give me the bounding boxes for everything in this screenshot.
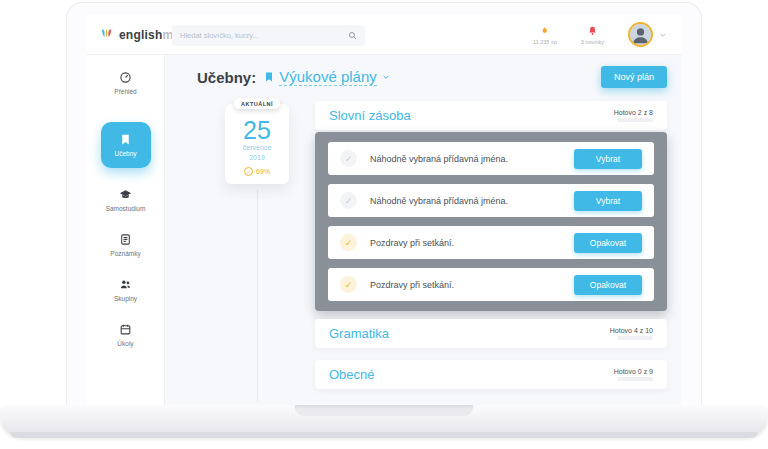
progress-label: Hotovo 0 z 9 (614, 368, 653, 375)
sidebar-item-skupiny[interactable]: Skupiny (114, 278, 137, 302)
graduation-cap-icon (119, 188, 132, 201)
section-slovni-zasoba[interactable]: Slovní zásoba Hotovo 2 z 8 (315, 101, 667, 130)
current-badge: AKTUÁLNÍ (234, 98, 280, 109)
users-icon (119, 278, 132, 291)
app-window: englishme! 11 235 xp (87, 15, 681, 407)
search-input[interactable] (180, 31, 348, 40)
new-plan-button[interactable]: Nový plán (601, 66, 667, 88)
task-text: Pozdravy při setkání. (370, 238, 454, 248)
section-progress: Hotovo 4 z 10 (610, 327, 653, 341)
page-title: Učebny: (197, 69, 256, 86)
sidebar: Přehled Učebny Samostudium Poznámky (87, 55, 165, 407)
timeline-column: AKTUÁLNÍ 25 července 2019 ✓ 69% (165, 101, 315, 402)
note-icon (119, 233, 132, 246)
check-circle-icon: ✓ (340, 276, 357, 293)
book-icon (263, 71, 275, 83)
laptop-mockup: englishme! 11 235 xp (0, 0, 768, 449)
sidebar-item-label: Přehled (114, 88, 136, 95)
section-title: Obecné (329, 367, 375, 382)
completion-percent: 69% (256, 168, 270, 175)
task-row: ✓ Náhodně vybraná přídavná jména. Vybrat (328, 142, 654, 175)
check-circle-icon: ✓ (340, 234, 357, 251)
laptop-bezel: englishme! 11 235 xp (66, 2, 702, 408)
laptop-base (0, 405, 768, 438)
progress-label: Hotovo 4 z 10 (610, 327, 653, 334)
sidebar-item-prehled[interactable]: Přehled (114, 71, 136, 95)
progress-label: Hotovo 2 z 8 (614, 109, 653, 116)
book-icon (119, 133, 132, 146)
chevron-down-icon[interactable] (382, 73, 390, 81)
date-year: 2019 (225, 153, 289, 162)
sidebar-item-label: Poznámky (110, 250, 140, 257)
task-action-button[interactable]: Vybrat (574, 149, 642, 169)
app-body: Přehled Učebny Samostudium Poznámky (87, 55, 681, 407)
sidebar-item-poznamky[interactable]: Poznámky (110, 233, 140, 257)
brand-bold: english (119, 28, 162, 42)
plan-content: AKTUÁLNÍ 25 července 2019 ✓ 69% (165, 99, 681, 402)
sidebar-item-ukoly[interactable]: Úkoly (117, 323, 133, 347)
tulip-logo-icon (99, 27, 114, 42)
task-row: ✓ Náhodně vybraná přídavná jména. Vybrat (328, 184, 654, 217)
task-row: ✓ Pozdravy při setkání. Opakovat (328, 268, 654, 301)
section-progress: Hotovo 2 z 8 (614, 109, 653, 123)
section-gramatika[interactable]: Gramatika Hotovo 4 z 10 (315, 319, 667, 348)
search-bar[interactable] (172, 25, 365, 46)
check-circle-icon: ✓ (340, 192, 357, 209)
task-text: Náhodně vybraná přídavná jména. (370, 196, 508, 206)
avatar (628, 22, 653, 47)
section-title: Gramatika (329, 326, 389, 341)
avatar-silhouette-icon (630, 24, 651, 45)
progress-bar (617, 336, 653, 340)
task-text: Náhodně vybraná přídavná jména. (370, 154, 508, 164)
sidebar-item-label: Úkoly (117, 340, 133, 347)
topbar: englishme! 11 235 xp (87, 15, 681, 55)
dashboard-icon (119, 71, 132, 84)
date-day: 25 (225, 117, 289, 143)
current-date-card[interactable]: AKTUÁLNÍ 25 července 2019 ✓ 69% (225, 104, 289, 184)
section-obecne[interactable]: Obecné Hotovo 0 z 9 (315, 360, 667, 389)
task-action-button[interactable]: Vybrat (574, 191, 642, 211)
calendar-icon (119, 323, 132, 336)
sidebar-item-label: Samostudium (106, 205, 146, 212)
task-action-button[interactable]: Opakovat (574, 233, 642, 253)
main-header: Učebny: Výukové plány Nový plán (165, 55, 681, 99)
search-icon (348, 31, 357, 40)
main-panel: Učebny: Výukové plány Nový plán AKTUÁLNÍ… (165, 55, 681, 407)
progress-bar (617, 377, 653, 381)
notifications-widget[interactable]: 3 novinky (581, 25, 604, 45)
chevron-down-icon (659, 31, 667, 39)
date-month: července (225, 143, 289, 152)
section-title: Slovní zásoba (329, 108, 411, 123)
sections-column: Slovní zásoba Hotovo 2 z 8 ✓ Náhodně vyb… (315, 101, 667, 402)
task-action-button[interactable]: Opakovat (574, 275, 642, 295)
timeline-line (257, 189, 258, 402)
streak-widget[interactable]: 11 235 xp (533, 25, 557, 45)
task-text: Pozdravy při setkání. (370, 280, 454, 290)
flame-icon (539, 25, 550, 37)
sidebar-item-label: Učebny (114, 150, 136, 157)
bell-icon (587, 25, 598, 37)
plan-selector[interactable]: Výukové plány (279, 68, 377, 86)
progress-bar (617, 118, 653, 122)
check-circle-icon: ✓ (244, 167, 253, 176)
section-progress: Hotovo 0 z 9 (614, 368, 653, 382)
topbar-actions: 11 235 xp 3 novinky (533, 22, 667, 47)
sidebar-item-samostudium[interactable]: Samostudium (106, 188, 146, 212)
laptop-notch (295, 405, 473, 416)
sidebar-item-ucebny[interactable]: Učebny (101, 122, 151, 168)
sidebar-item-label: Skupiny (114, 295, 137, 302)
task-list-panel: ✓ Náhodně vybraná přídavná jména. Vybrat… (315, 132, 667, 311)
task-row: ✓ Pozdravy při setkání. Opakovat (328, 226, 654, 259)
user-menu[interactable] (628, 22, 667, 47)
completion-row: ✓ 69% (225, 167, 289, 176)
xp-label: 11 235 xp (533, 39, 557, 45)
notifications-label: 3 novinky (581, 39, 604, 45)
check-circle-icon: ✓ (340, 150, 357, 167)
